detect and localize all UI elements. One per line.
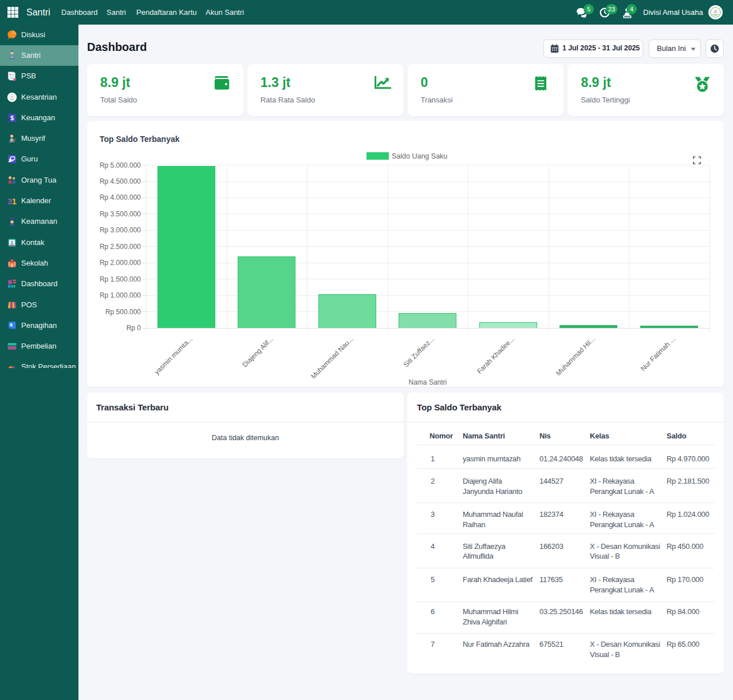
svg-text:$: $ — [10, 323, 13, 327]
svg-text:$: $ — [10, 114, 14, 121]
svg-text:1: 1 — [11, 196, 16, 206]
